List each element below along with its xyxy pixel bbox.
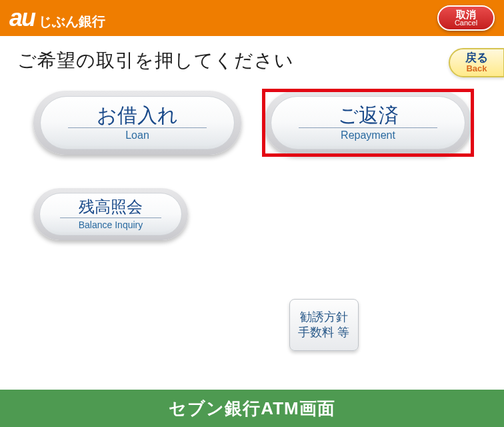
- instruction-text: ご希望の取引を押してください: [17, 48, 491, 73]
- transaction-button-grid: お借入れ Loan ご返済 Repayment 残高照会 Ba: [17, 91, 491, 240]
- divider: [60, 218, 162, 218]
- repayment-button-outer: ご返済 Repayment: [264, 91, 472, 155]
- bank-logo: au じぶん銀行: [9, 4, 105, 32]
- balance-button-outer: 残高照会 Balance Inquiry: [33, 188, 188, 240]
- balance-inquiry-button[interactable]: 残高照会 Balance Inquiry: [39, 193, 182, 236]
- info-line1: 勧誘方針: [300, 310, 348, 325]
- cancel-label-jp: 取消: [456, 9, 476, 19]
- balance-label-en: Balance Inquiry: [79, 220, 143, 230]
- info-fees-button[interactable]: 勧誘方針 手数料 等: [289, 299, 359, 351]
- repayment-button-wrap: ご返済 Repayment: [264, 91, 472, 155]
- repayment-label-en: Repayment: [341, 129, 395, 141]
- loan-button-wrap: お借入れ Loan: [33, 91, 241, 155]
- balance-button-wrap: 残高照会 Balance Inquiry: [33, 188, 188, 240]
- back-label-jp: 戻る: [465, 52, 488, 65]
- logo-au-text: au: [9, 4, 35, 32]
- header-bar: au じぶん銀行 取消 Cancel: [0, 0, 504, 36]
- cancel-button[interactable]: 取消 Cancel: [437, 5, 495, 31]
- info-line2: 手数料 等: [298, 325, 349, 340]
- divider: [299, 127, 438, 128]
- cancel-label-en: Cancel: [455, 19, 477, 27]
- loan-label-en: Loan: [125, 129, 149, 141]
- repayment-button[interactable]: ご返済 Repayment: [271, 96, 465, 149]
- footer-label: セブン銀行ATM画面: [169, 397, 335, 420]
- repayment-label-jp: ご返済: [338, 104, 399, 126]
- loan-label-jp: お借入れ: [97, 104, 178, 126]
- divider: [68, 127, 207, 128]
- back-label-en: Back: [466, 64, 487, 73]
- content-area: ご希望の取引を押してください 戻る Back お借入れ Loan ご返済 Rep…: [0, 36, 504, 390]
- logo-bank-text: じぶん銀行: [39, 13, 105, 31]
- loan-button-outer: お借入れ Loan: [33, 91, 241, 155]
- back-button[interactable]: 戻る Back: [449, 48, 504, 77]
- footer-bar: セブン銀行ATM画面: [0, 390, 504, 427]
- loan-button[interactable]: お借入れ Loan: [40, 96, 235, 149]
- balance-label-jp: 残高照会: [79, 198, 143, 216]
